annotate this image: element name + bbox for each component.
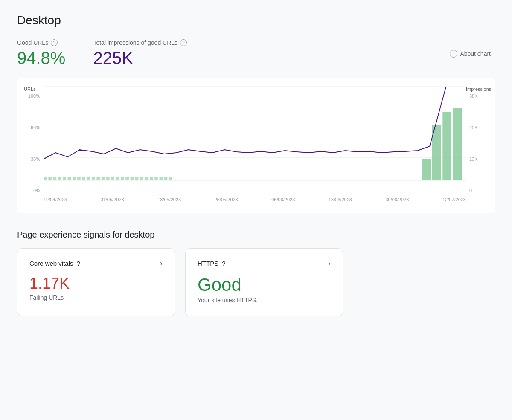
svg-rect-29 — [164, 177, 168, 180]
https-help-icon[interactable]: ? — [222, 260, 225, 267]
page-title: Desktop — [17, 14, 495, 27]
right-label-25k: 25K — [469, 125, 478, 130]
cwv-chevron-icon: › — [160, 259, 163, 268]
good-urls-label: Good URLs ? — [17, 39, 65, 46]
svg-rect-13 — [87, 177, 90, 180]
https-card[interactable]: HTTPS ? › Good Your site uses HTTPS. — [185, 248, 343, 316]
left-label-33: 33% — [31, 156, 40, 162]
svg-rect-24 — [140, 177, 143, 180]
x-label-2: 13/05/2023 — [157, 197, 181, 202]
chart-area: URLs 100% 66% 33% 0% — [24, 87, 488, 206]
x-label-1: 01/05/2023 — [101, 197, 124, 202]
right-axis-title: Impressions — [466, 87, 488, 92]
x-label-6: 30/06/2023 — [385, 197, 409, 202]
svg-rect-17 — [106, 177, 110, 180]
left-label-100: 100% — [28, 93, 40, 98]
core-web-vitals-card[interactable]: Core web vitals ? › 1.17K Failing URLs — [17, 248, 175, 316]
svg-rect-14 — [92, 177, 95, 180]
chart-container: URLs 100% 66% 33% 0% — [17, 78, 495, 213]
good-urls-metric: Good URLs ? 94.8% — [17, 39, 79, 68]
left-axis-title: URLs — [24, 87, 36, 92]
good-urls-help-icon[interactable]: ? — [51, 39, 58, 46]
x-label-0: 19/04/2023 — [44, 197, 67, 202]
svg-rect-8 — [63, 177, 66, 180]
svg-rect-23 — [135, 177, 139, 180]
x-label-7: 12/07/2023 — [442, 197, 466, 202]
svg-rect-5 — [48, 177, 52, 180]
x-label-3: 25/05/2023 — [215, 197, 238, 202]
svg-rect-22 — [131, 177, 134, 180]
svg-rect-27 — [154, 177, 158, 180]
svg-rect-15 — [96, 177, 100, 180]
impressions-help-icon[interactable]: ? — [180, 39, 187, 46]
svg-rect-11 — [77, 177, 81, 180]
left-label-66: 66% — [31, 125, 40, 130]
cwv-help-icon[interactable]: ? — [77, 260, 80, 267]
svg-rect-19 — [116, 177, 119, 180]
svg-rect-16 — [102, 177, 105, 180]
https-sub: Your site uses HTTPS. — [198, 297, 331, 304]
x-label-4: 06/06/2023 — [271, 197, 295, 202]
svg-rect-30 — [169, 177, 172, 180]
cwv-value: 1.17K — [29, 275, 163, 293]
card-title-https: HTTPS ? — [198, 260, 226, 267]
chart-svg-container: 19/04/2023 01/05/2023 13/05/2023 25/05/2… — [44, 87, 466, 206]
about-chart-button[interactable]: i About chart — [445, 47, 495, 60]
svg-rect-6 — [53, 177, 57, 180]
https-chevron-icon: › — [328, 259, 331, 268]
svg-rect-12 — [82, 177, 86, 180]
bar-3 — [442, 112, 451, 180]
card-title-cwv: Core web vitals ? — [29, 260, 80, 267]
good-urls-value: 94.8% — [17, 49, 65, 68]
card-header-https: HTTPS ? › — [198, 259, 331, 268]
cards-row: Core web vitals ? › 1.17K Failing URLs H… — [17, 248, 495, 316]
svg-rect-20 — [121, 177, 124, 180]
impressions-value: 225K — [93, 49, 432, 68]
svg-rect-10 — [73, 177, 76, 180]
svg-rect-21 — [125, 177, 129, 180]
x-label-5: 18/06/2023 — [329, 197, 352, 202]
metrics-row: Good URLs ? 94.8% Total impressions of g… — [17, 39, 495, 68]
svg-rect-25 — [145, 177, 148, 180]
right-label-13k: 13K — [469, 156, 478, 162]
right-label-0: 0 — [469, 188, 472, 193]
chart-svg — [44, 87, 466, 193]
left-label-0: 0% — [33, 188, 40, 193]
signals-title: Page experience signals for desktop — [17, 230, 495, 240]
svg-rect-4 — [44, 177, 47, 180]
svg-rect-28 — [160, 177, 163, 180]
card-header-cwv: Core web vitals ? › — [29, 259, 163, 268]
https-value: Good — [198, 275, 331, 295]
svg-rect-9 — [68, 177, 71, 180]
about-chart-icon: i — [450, 50, 457, 58]
bar-1 — [422, 159, 431, 180]
purple-line — [44, 87, 446, 159]
impressions-metric: Total impressions of good URLs ? 225K — [79, 39, 445, 68]
x-axis-labels: 19/04/2023 01/05/2023 13/05/2023 25/05/2… — [44, 197, 466, 202]
cwv-sub: Failing URLs — [29, 294, 163, 301]
svg-rect-7 — [58, 177, 61, 180]
bar-4 — [453, 108, 462, 180]
svg-rect-26 — [150, 177, 153, 180]
impressions-label: Total impressions of good URLs ? — [93, 39, 432, 46]
right-label-38k: 38K — [469, 93, 478, 98]
svg-rect-18 — [111, 177, 114, 180]
